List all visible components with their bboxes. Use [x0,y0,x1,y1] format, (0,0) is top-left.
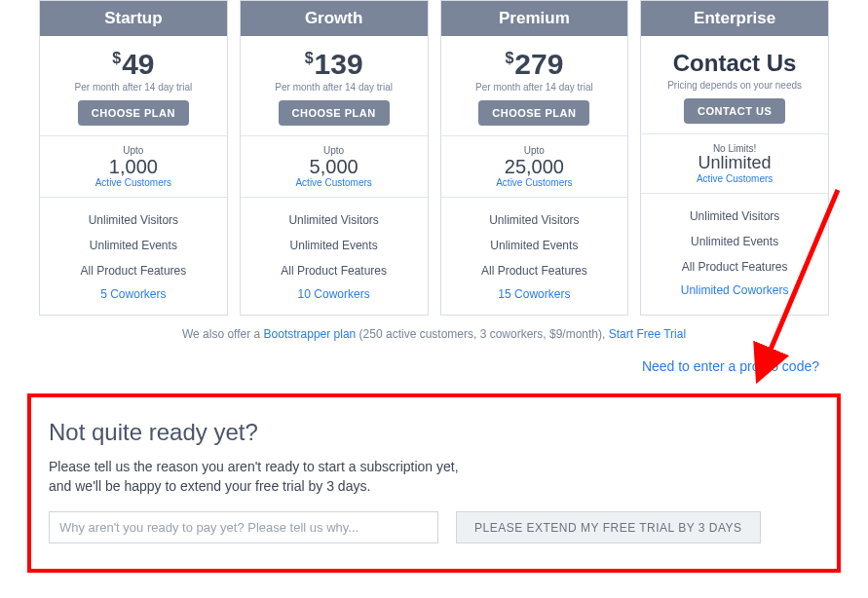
customers-number: 5,000 [241,156,428,177]
plan-header: Startup [40,1,227,36]
customers-pre: Upto [441,145,628,156]
currency-symbol: $ [305,50,314,66]
customers-pre: Upto [40,145,227,156]
coworkers-link[interactable]: 5 Coworkers [40,283,227,303]
feature-item: Unlimited Visitors [641,204,828,229]
price-number: 139 [315,48,363,80]
plan-customers: Upto 5,000 Active Customers [241,136,428,198]
reason-input[interactable] [49,511,438,543]
customers-number: 1,000 [40,156,227,177]
choose-plan-button[interactable]: CHOOSE PLAN [78,100,189,126]
plan-header: Premium [441,1,628,36]
plan-growth: Growth $139 Per month after 14 day trial… [240,0,429,316]
feature-list: Unlimited Visitors Unlimited Events All … [641,194,828,311]
feature-item: Unlimited Visitors [241,207,428,233]
customers-pre: Upto [241,145,428,156]
plan-subprice: Per month after 14 day trial [441,82,628,93]
plan-header: Growth [241,1,428,36]
plan-enterprise: Enterprise Contact Us Pricing depends on… [640,0,829,316]
currency-symbol: $ [505,50,513,66]
plan-price: $279 [441,50,628,79]
promo-row: Need to enter a promo code? [0,358,868,374]
plan-price-block: Contact Us Pricing depends on your needs… [641,36,828,134]
extend-trial-button[interactable]: PLEASE EXTEND MY FREE TRIAL BY 3 DAYS [456,511,761,543]
promo-code-link[interactable]: Need to enter a promo code? [642,358,819,374]
active-customers-link[interactable]: Active Customers [40,177,227,188]
not-ready-box: Not quite ready yet? Please tell us the … [27,393,841,573]
not-ready-title: Not quite ready yet? [49,419,819,446]
feature-list: Unlimited Visitors Unlimited Events All … [40,198,227,315]
active-customers-link[interactable]: Active Customers [441,177,628,188]
feature-item: Unlimited Events [441,233,628,258]
plan-price: $139 [241,50,428,79]
plan-premium: Premium $279 Per month after 14 day tria… [440,0,629,316]
plan-price-block: $139 Per month after 14 day trial CHOOSE… [241,36,428,136]
feature-item: All Product Features [641,254,828,280]
feature-item: Unlimited Events [241,233,428,258]
active-customers-link[interactable]: Active Customers [241,177,428,188]
plan-subprice: Per month after 14 day trial [40,82,227,93]
feature-list: Unlimited Visitors Unlimited Events All … [441,198,628,315]
bootstrapper-row: We also offer a Bootstrapper plan (250 a… [0,327,868,341]
plan-customers: Upto 25,000 Active Customers [441,136,628,198]
plan-startup: Startup $49 Per month after 14 day trial… [39,0,228,316]
pricing-plans: Startup $49 Per month after 14 day trial… [0,0,868,316]
contact-us-button[interactable]: CONTACT US [684,98,785,124]
plan-header: Enterprise [641,1,828,36]
currency-symbol: $ [112,50,121,66]
plan-price: $49 [40,50,227,79]
customers-number: 25,000 [441,156,628,177]
plan-subprice: Per month after 14 day trial [241,82,428,93]
bootstrapper-prefix: We also offer a [182,327,264,341]
feature-item: All Product Features [40,258,227,283]
bootstrapper-middle: (250 active customers, 3 coworkers, $9/m… [356,327,608,341]
feature-item: All Product Features [241,258,428,283]
price-number: 49 [122,48,154,80]
feature-item: Unlimited Events [40,233,227,258]
active-customers-link[interactable]: Active Customers [641,173,828,184]
contact-us-label: Contact Us [641,50,828,77]
feature-item: All Product Features [441,258,628,283]
plan-customers: Upto 1,000 Active Customers [40,136,227,198]
coworkers-link[interactable]: 15 Coworkers [441,283,628,303]
coworkers-link[interactable]: Unlimited Coworkers [641,280,828,299]
feature-item: Unlimited Visitors [40,207,227,233]
choose-plan-button[interactable]: CHOOSE PLAN [279,100,390,126]
plan-customers: No Limits! Unlimited Active Customers [641,134,828,194]
feature-list: Unlimited Visitors Unlimited Events All … [241,198,428,315]
bootstrapper-plan-link[interactable]: Bootstrapper plan [264,327,357,341]
customers-number: Unlimited [641,154,828,173]
plan-subprice: Pricing depends on your needs [641,80,828,91]
price-number: 279 [514,48,563,80]
plan-price-block: $49 Per month after 14 day trial CHOOSE … [40,36,227,136]
coworkers-link[interactable]: 10 Coworkers [241,283,428,303]
not-ready-subtitle: Please tell us the reason you aren't rea… [49,458,477,496]
feature-item: Unlimited Visitors [441,207,628,233]
not-ready-row: PLEASE EXTEND MY FREE TRIAL BY 3 DAYS [49,511,819,543]
choose-plan-button[interactable]: CHOOSE PLAN [478,100,589,126]
plan-price-block: $279 Per month after 14 day trial CHOOSE… [441,36,628,136]
start-free-trial-link[interactable]: Start Free Trial [609,327,686,341]
feature-item: Unlimited Events [641,229,828,254]
